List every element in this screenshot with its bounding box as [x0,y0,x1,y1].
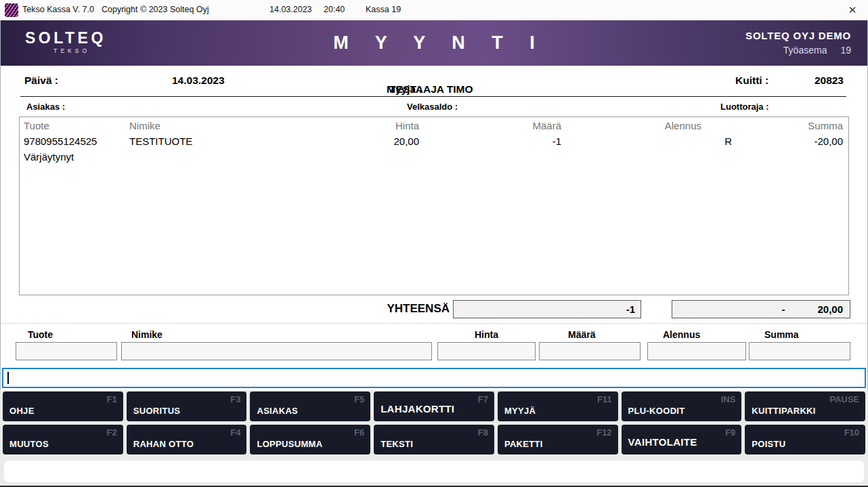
button-label: LOPPUSUMMA [257,439,322,449]
plu-koodit-button[interactable]: PLU-KOODIT INS [622,391,742,421]
workstation-label: Työasema [783,45,827,56]
col-header-alennus: Alennus [665,120,701,131]
loppusumma-button[interactable]: LOPPUSUMMA F6 [250,425,370,454]
button-fkey: INS [721,394,736,404]
discount-input[interactable] [647,342,746,360]
workstation-value: 19 [840,45,851,56]
receipt-number: 20823 [789,75,844,87]
suoritus-button[interactable]: SUORITUS F3 [127,391,247,421]
button-label: VAIHTOLAITE [628,436,697,448]
button-fkey: F8 [478,427,488,438]
button-label: KUITTIPARKKI [752,406,815,416]
debt-balance-label: Velkasaldo : [407,102,458,112]
line-entry-section: Tuote Nimike Hinta Määrä Alennus Summa [1,324,867,365]
total-amount-sign: - [781,301,785,318]
cell-sum: -20,00 [814,135,843,147]
titlebar-time: 20:40 [324,5,345,14]
button-fkey: F5 [354,394,364,404]
receipt-info-row: Päivä : 14.03.2023 Myyjä : TESTAAJA TIMO… [1,66,867,96]
button-label: ASIAKAS [257,406,298,416]
copyright-text: Copyright © 2023 Solteq Oyj [102,5,209,14]
app-window: Tekso Kassa V. 7.0 Copyright © 2023 Solt… [0,0,868,487]
entry-label-summa: Summa [764,329,799,340]
button-label: RAHAN OTTO [133,439,194,449]
company-name: SOLTEQ OYJ DEMO [745,30,851,41]
button-label: MYYJÄ [504,406,536,416]
total-label: YHTEENSÄ [373,302,450,316]
col-header-summa: Summa [808,120,843,131]
cell-price: 20,00 [393,135,419,147]
header-right: SOLTEQ OYJ DEMO Työasema19 [745,30,851,56]
entry-label-maara: Määrä [568,329,595,340]
muutos-button[interactable]: MUUTOS F2 [3,425,123,454]
button-label: SUORITUS [133,406,181,416]
button-label: POISTU [752,439,785,449]
total-amount-value: 20,00 [817,301,843,318]
button-fkey: F6 [354,427,364,438]
entry-label-tuote: Tuote [28,329,53,340]
cell-product-detail: Värjäytynyt [24,151,74,163]
button-fkey: F9 [725,427,735,438]
entry-label-alennus: Alennus [663,329,700,340]
ohje-button[interactable]: OHJE F1 [3,391,123,421]
button-fkey: F11 [597,394,612,404]
date-value: 14.03.2023 [172,75,225,87]
poistu-button[interactable]: POISTU F10 [745,425,865,454]
kuittiparkki-button[interactable]: KUITTIPARKKI PAUSE [745,391,865,421]
totals-section: YHTEENSÄ -1 - 20,00 [1,297,867,324]
sum-input[interactable] [749,342,850,360]
button-fkey: F3 [230,394,240,404]
rahan-otto-button[interactable]: RAHAN OTTO F4 [127,425,247,454]
price-input[interactable] [437,342,536,360]
command-input[interactable] [2,368,866,388]
app-header: SOLTEQ TEKSO M Y Y N T I SOLTEQ OYJ DEMO… [1,20,867,66]
credit-limit-label: Luottoraja : [720,102,769,112]
button-fkey: F10 [844,427,859,438]
teksti-button[interactable]: TEKSTI F8 [374,425,494,454]
col-header-hinta: Hinta [395,120,419,131]
button-label: OHJE [9,406,35,416]
button-label: LAHJAKORTTI [381,403,454,415]
total-amount-box: - 20,00 [672,300,850,318]
workstation-info: Työasema19 [745,45,851,56]
app-icon [5,3,18,17]
paketti-button[interactable]: PAKETTI F12 [498,425,618,454]
page-title: M Y Y N T I [1,33,867,54]
entry-label-nimike: Nimike [131,329,162,340]
button-label: MUUTOS [9,439,49,449]
button-label: TEKSTI [381,439,413,449]
function-key-area: OHJE F1 SUORITUS F3 ASIAKAS F5 LAHJAKORT… [0,390,868,487]
receipt-label: Kuitti : [735,75,768,87]
entry-label-hinta: Hinta [475,329,498,340]
customer-label: Asiakas : [26,102,65,112]
button-fkey: F7 [478,394,488,404]
receipt-lines-table: Tuote Nimike Hinta Määrä Alennus Summa 9… [19,117,849,295]
cell-product-name: TESTITUOTE [129,135,192,147]
lahjakortti-button[interactable]: LAHJAKORTTI F7 [374,391,494,421]
title-bar: Tekso Kassa V. 7.0 Copyright © 2023 Solt… [0,0,868,20]
button-label: PLU-KOODIT [628,406,685,416]
titlebar-register: Kassa 19 [366,5,401,14]
quantity-input[interactable] [539,342,641,360]
seller-group: Myyjä : TESTAAJA TIMO [387,75,389,87]
status-bar [4,461,864,482]
text-caret [7,372,9,384]
cell-product-code: 9780955124525 [24,135,97,147]
myyja-button[interactable]: MYYJÄ F11 [498,391,618,421]
date-label: Päivä : [24,75,58,87]
product-name-input[interactable] [121,342,432,360]
cell-quantity: -1 [552,135,561,147]
seller-value: TESTAAJA TIMO [389,83,473,96]
vaihtolaite-button[interactable]: VAIHTOLAITE F9 [622,425,742,454]
product-code-input[interactable] [16,342,117,360]
col-header-maara: Määrä [532,120,561,131]
total-quantity-box: -1 [453,300,641,318]
close-icon[interactable]: ✕ [844,3,861,18]
col-header-nimike: Nimike [129,120,160,131]
divider-line [20,96,846,97]
asiakas-button[interactable]: ASIAKAS F5 [250,391,370,421]
button-row-1: OHJE F1 SUORITUS F3 ASIAKAS F5 LAHJAKORT… [3,391,865,421]
window-title: Tekso Kassa V. 7.0 [22,5,94,14]
cell-discount: R [724,135,732,147]
button-fkey: F2 [107,427,117,438]
